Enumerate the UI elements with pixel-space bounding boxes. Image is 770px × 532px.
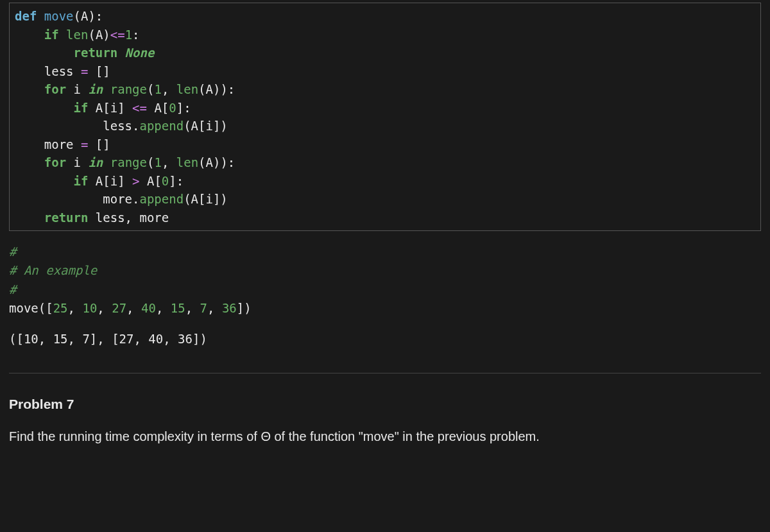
comment: # <box>9 282 16 296</box>
function-name: move <box>44 9 74 23</box>
comment: # An example <box>9 263 97 277</box>
keyword-def: def <box>15 9 37 23</box>
builtin-len: len <box>66 28 88 42</box>
keyword-return: return <box>74 46 118 60</box>
divider <box>9 373 761 373</box>
keyword-if: if <box>44 28 59 42</box>
code-cell-example: # # An example # move([25, 10, 27, 40, 1… <box>9 243 761 318</box>
method-append: append <box>139 119 184 133</box>
keyword-for: for <box>44 82 66 96</box>
output-result: ([10, 15, 7], [27, 40, 36]) <box>9 330 761 348</box>
builtin-range: range <box>110 82 147 96</box>
problem-heading: Problem 7 <box>9 397 761 412</box>
code-cell-function-def: def move(A): if len(A)<=1: return None l… <box>9 3 761 231</box>
comment: # <box>9 245 16 259</box>
params: (A): <box>74 9 103 23</box>
keyword-in: in <box>88 82 103 96</box>
op-le: <= <box>110 28 125 42</box>
none-literal: None <box>125 46 155 60</box>
call-name: move <box>9 301 38 315</box>
problem-text: Find the running time complexity in term… <box>9 427 761 445</box>
